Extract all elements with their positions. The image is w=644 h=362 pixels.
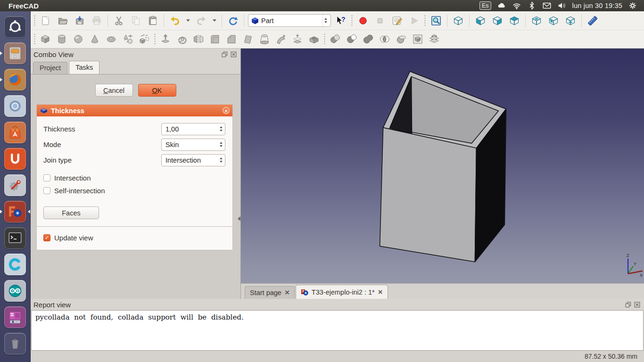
save-button[interactable]: [73, 14, 87, 28]
macro-edit-button[interactable]: [390, 14, 404, 28]
part-torus-button[interactable]: [104, 32, 118, 46]
toolbar-grip[interactable]: [154, 33, 156, 45]
part-cross-sections-button[interactable]: [427, 32, 441, 46]
part-ruled-surface-button[interactable]: [241, 32, 255, 46]
macro-stop-button[interactable]: [373, 14, 387, 28]
close-tab-icon[interactable]: ×: [378, 289, 383, 296]
view-bottom-button[interactable]: [563, 14, 578, 28]
launcher-item-files[interactable]: [0, 40, 30, 66]
report-log[interactable]: pycollada not found, collada support wil…: [31, 310, 644, 351]
faces-button[interactable]: Faces: [43, 206, 99, 219]
float-panel-icon[interactable]: [625, 302, 631, 308]
part-boolean-button[interactable]: [328, 32, 342, 46]
part-sweep-button[interactable]: [274, 32, 288, 46]
part-cone-button[interactable]: [88, 32, 102, 46]
workbench-selector[interactable]: Part: [248, 14, 331, 27]
redo-dropdown-icon[interactable]: [211, 14, 218, 28]
toolbar-grip[interactable]: [33, 15, 36, 27]
redo-button[interactable]: [194, 14, 208, 28]
part-cut-button[interactable]: [345, 32, 359, 46]
part-thickness-button[interactable]: [307, 32, 321, 46]
toolbar-grip[interactable]: [351, 15, 353, 27]
toolbar-grip[interactable]: [33, 33, 36, 45]
float-panel-icon[interactable]: [222, 51, 228, 58]
clock[interactable]: lun jun 30 19:35: [572, 2, 622, 9]
view-left-button[interactable]: [546, 14, 561, 28]
measure-distance-button[interactable]: [586, 14, 600, 28]
cancel-button[interactable]: Cancel: [95, 84, 133, 97]
update-view-checkbox[interactable]: ✓Update view: [37, 231, 232, 244]
thickness-task-header[interactable]: Thickness: [37, 105, 232, 116]
part-primitives-button[interactable]: [121, 32, 135, 46]
whats-this-button[interactable]: ?: [334, 14, 348, 28]
join-type-select[interactable]: Intersection: [161, 154, 225, 166]
box-zoom-button[interactable]: [429, 14, 443, 28]
part-loft-button[interactable]: [257, 32, 272, 46]
part-shape-builder-button[interactable]: [137, 32, 151, 46]
launcher-item-software-center[interactable]: [0, 119, 30, 146]
part-union-button[interactable]: [361, 32, 375, 46]
launcher-item-trash[interactable]: [0, 330, 30, 357]
spinner-arrows-icon[interactable]: [217, 156, 225, 164]
launcher-item-freecad[interactable]: [0, 198, 30, 225]
intersection-checkbox[interactable]: Intersection: [37, 172, 232, 184]
close-panel-icon[interactable]: [231, 51, 237, 58]
close-tab-icon[interactable]: ×: [285, 289, 289, 296]
toolbar-grip[interactable]: [323, 33, 326, 45]
launcher-item-arduino[interactable]: [0, 278, 30, 304]
macro-play-button[interactable]: [407, 14, 421, 28]
part-extrude-button[interactable]: [158, 32, 173, 46]
bluetooth-icon[interactable]: [527, 1, 537, 10]
ok-button[interactable]: OK: [138, 84, 176, 97]
copy-button[interactable]: [129, 14, 143, 28]
part-chamfer-button[interactable]: [224, 32, 239, 46]
open-file-button[interactable]: [56, 14, 70, 28]
thickness-model[interactable]: [380, 71, 506, 262]
spinner-arrows-icon[interactable]: [217, 140, 225, 148]
macro-record-button[interactable]: [356, 14, 370, 28]
part-revolve-button[interactable]: [175, 32, 189, 46]
launcher-item-media-device[interactable]: [0, 304, 30, 330]
thickness-input[interactable]: 1,00: [161, 123, 225, 135]
document-tab-t33-ejemplo-ini2-1[interactable]: T33-ejemplo-ini2 : 1*×: [296, 285, 388, 299]
launcher-item-dash[interactable]: [0, 14, 30, 40]
part-section-button[interactable]: [394, 32, 408, 46]
launcher-item-ubuntu-one[interactable]: [0, 146, 30, 172]
spinner-arrows-icon[interactable]: [217, 125, 225, 133]
panel-collapse-arrow[interactable]: [235, 216, 240, 221]
wifi-icon[interactable]: [512, 1, 521, 10]
part-cylinder-button[interactable]: [55, 32, 69, 46]
print-button[interactable]: [90, 14, 104, 28]
keyboard-indicator[interactable]: Es: [479, 1, 491, 10]
session-gear-icon[interactable]: [628, 1, 637, 10]
part-sphere-button[interactable]: [71, 32, 85, 46]
undo-dropdown-icon[interactable]: [185, 14, 191, 28]
part-cross-section-button[interactable]: [411, 32, 425, 46]
tab-project[interactable]: Project: [33, 62, 67, 74]
volume-icon[interactable]: [557, 1, 567, 10]
view-rear-button[interactable]: [529, 14, 544, 28]
view-axonometric-button[interactable]: [451, 14, 465, 28]
3d-viewport[interactable]: Z Y X: [241, 49, 644, 283]
mail-icon[interactable]: [542, 1, 552, 10]
undo-button[interactable]: [168, 14, 182, 28]
collapse-task-icon[interactable]: [223, 107, 230, 114]
toolbar-grip[interactable]: [424, 15, 426, 27]
paste-button[interactable]: [146, 14, 160, 28]
cut-button[interactable]: [112, 14, 126, 28]
launcher-item-c-editor[interactable]: [0, 251, 30, 278]
launcher-item-system-settings[interactable]: [0, 172, 30, 198]
refresh-button[interactable]: [226, 14, 240, 28]
part-box-button[interactable]: [38, 32, 52, 46]
launcher-item-firefox[interactable]: [0, 66, 30, 93]
cloud-icon[interactable]: [497, 1, 506, 10]
launcher-item-chromium[interactable]: [0, 93, 30, 119]
part-intersection-button[interactable]: [378, 32, 392, 46]
part-fillet-button[interactable]: [208, 32, 222, 46]
document-tab-start-page[interactable]: Start page×: [245, 286, 295, 299]
new-document-button[interactable]: [39, 14, 53, 28]
launcher-item-terminal[interactable]: [0, 225, 30, 251]
view-front-button[interactable]: [473, 14, 487, 28]
tab-tasks[interactable]: Tasks: [69, 61, 99, 74]
view-top-button[interactable]: [507, 14, 521, 28]
